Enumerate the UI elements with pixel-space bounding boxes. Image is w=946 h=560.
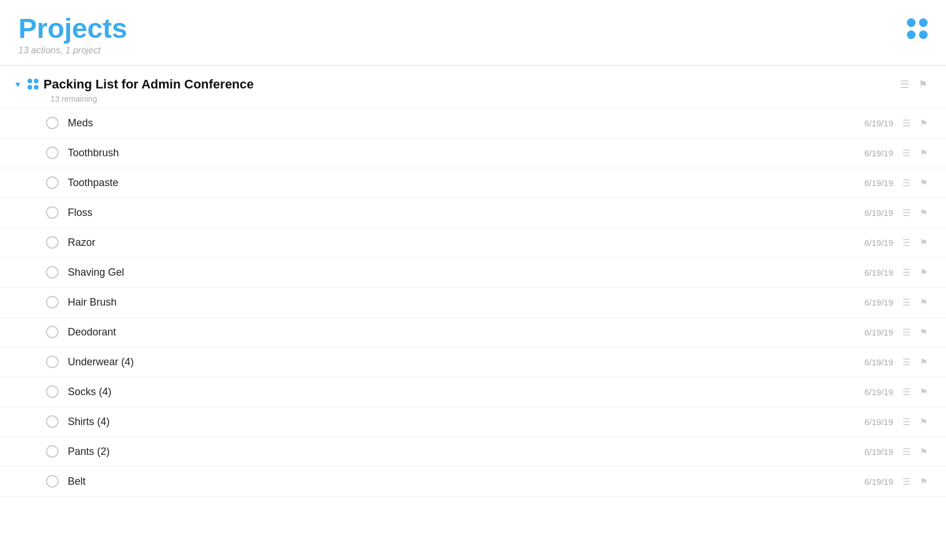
note-icon[interactable]: ☰ [902, 357, 910, 368]
project-dot-2 [34, 79, 38, 83]
item-date: 6/19/19 [859, 327, 893, 337]
note-icon[interactable]: ☰ [902, 476, 910, 487]
list-item: Meds6/19/19☰⚑ [0, 109, 946, 138]
item-right: 6/19/19☰⚑ [859, 148, 928, 159]
item-checkbox[interactable] [46, 176, 59, 189]
project-dot-4 [34, 85, 38, 90]
flag-icon[interactable]: ⚑ [920, 297, 928, 308]
item-right: 6/19/19☰⚑ [859, 297, 928, 308]
flag-icon[interactable]: ⚑ [920, 416, 928, 427]
flag-icon[interactable]: ⚑ [920, 446, 928, 457]
item-checkbox[interactable] [46, 117, 59, 129]
item-checkbox[interactable] [46, 415, 59, 428]
dot-4 [919, 30, 928, 39]
project-dot-1 [28, 79, 32, 83]
note-icon[interactable]: ☰ [902, 327, 910, 338]
note-icon[interactable]: ☰ [902, 297, 910, 308]
list-item: Razor6/19/19☰⚑ [0, 228, 946, 258]
flag-icon[interactable]: ⚑ [920, 148, 928, 159]
item-date: 6/19/19 [859, 208, 893, 218]
item-label: Shaving Gel [68, 267, 859, 279]
project-dot-3 [28, 85, 32, 90]
item-checkbox[interactable] [46, 146, 59, 159]
note-icon[interactable]: ☰ [902, 118, 910, 129]
item-checkbox[interactable] [46, 385, 59, 398]
item-label: Socks (4) [68, 386, 859, 398]
item-right: 6/19/19☰⚑ [859, 207, 928, 218]
item-right: 6/19/19☰⚑ [859, 237, 928, 248]
flag-icon[interactable]: ⚑ [920, 476, 928, 487]
list-item: Toothpaste6/19/19☰⚑ [0, 168, 946, 198]
list-item: Floss6/19/19☰⚑ [0, 198, 946, 228]
items-list: Meds6/19/19☰⚑Toothbrush6/19/19☰⚑Toothpas… [0, 108, 946, 497]
project-note-icon[interactable]: ☰ [900, 78, 909, 91]
project-flag-icon[interactable]: ⚑ [918, 78, 928, 91]
note-icon[interactable]: ☰ [902, 177, 910, 188]
item-label: Pants (2) [68, 446, 859, 458]
note-icon[interactable]: ☰ [902, 148, 910, 159]
item-right: 6/19/19☰⚑ [859, 357, 928, 368]
item-checkbox[interactable] [46, 266, 59, 279]
chevron-down-icon[interactable]: ▼ [14, 80, 22, 89]
item-checkbox[interactable] [46, 475, 59, 488]
item-date: 6/19/19 [859, 417, 893, 427]
item-checkbox[interactable] [46, 206, 59, 219]
dot-3 [907, 30, 916, 39]
list-item: Hair Brush6/19/19☰⚑ [0, 288, 946, 318]
item-label: Toothpaste [68, 177, 859, 189]
item-date: 6/19/19 [859, 387, 893, 397]
note-icon[interactable]: ☰ [902, 207, 910, 218]
note-icon[interactable]: ☰ [902, 416, 910, 427]
flag-icon[interactable]: ⚑ [920, 177, 928, 188]
item-label: Floss [68, 207, 859, 219]
item-date: 6/19/19 [859, 477, 893, 486]
flag-icon[interactable]: ⚑ [920, 237, 928, 248]
flag-icon[interactable]: ⚑ [920, 357, 928, 368]
item-right: 6/19/19☰⚑ [859, 118, 928, 129]
item-date: 6/19/19 [859, 118, 893, 128]
item-checkbox[interactable] [46, 356, 59, 368]
item-label: Razor [68, 237, 859, 249]
header-left: Projects 13 actions, 1 project [18, 14, 127, 56]
item-date: 6/19/19 [859, 148, 893, 158]
menu-icon[interactable] [907, 18, 928, 39]
note-icon[interactable]: ☰ [902, 237, 910, 248]
item-right: 6/19/19☰⚑ [859, 327, 928, 338]
project-status-icon [28, 79, 39, 90]
item-label: Toothbrush [68, 147, 859, 159]
list-item: Socks (4)6/19/19☰⚑ [0, 377, 946, 407]
item-checkbox[interactable] [46, 236, 59, 249]
flag-icon[interactable]: ⚑ [920, 267, 928, 278]
note-icon[interactable]: ☰ [902, 267, 910, 278]
note-icon[interactable]: ☰ [902, 387, 910, 397]
project-header-left: ▼ Packing List for Admin Conference [14, 77, 900, 92]
project-header-right: ☰ ⚑ [900, 78, 928, 91]
list-item: Deodorant6/19/19☰⚑ [0, 318, 946, 347]
project-section: ▼ Packing List for Admin Conference ☰ ⚑ … [0, 65, 946, 497]
flag-icon[interactable]: ⚑ [920, 207, 928, 218]
item-label: Deodorant [68, 326, 859, 338]
item-date: 6/19/19 [859, 357, 893, 367]
item-right: 6/19/19☰⚑ [859, 177, 928, 188]
item-right: 6/19/19☰⚑ [859, 476, 928, 487]
flag-icon[interactable]: ⚑ [920, 387, 928, 397]
item-date: 6/19/19 [859, 238, 893, 248]
item-checkbox[interactable] [46, 296, 59, 308]
item-label: Hair Brush [68, 296, 859, 308]
list-item: Belt6/19/19☰⚑ [0, 467, 946, 497]
project-header: ▼ Packing List for Admin Conference ☰ ⚑ [0, 65, 946, 94]
page-header: Projects 13 actions, 1 project [0, 0, 946, 65]
item-date: 6/19/19 [859, 447, 893, 457]
item-checkbox[interactable] [46, 326, 59, 338]
dot-1 [907, 18, 916, 27]
flag-icon[interactable]: ⚑ [920, 118, 928, 129]
item-right: 6/19/19☰⚑ [859, 446, 928, 457]
dot-2 [919, 18, 928, 27]
flag-icon[interactable]: ⚑ [920, 327, 928, 338]
item-checkbox[interactable] [46, 445, 59, 458]
list-item: Shaving Gel6/19/19☰⚑ [0, 258, 946, 288]
project-remaining: 13 remaining [0, 94, 946, 108]
item-label: Belt [68, 476, 859, 488]
note-icon[interactable]: ☰ [902, 446, 910, 457]
item-label: Meds [68, 117, 859, 129]
